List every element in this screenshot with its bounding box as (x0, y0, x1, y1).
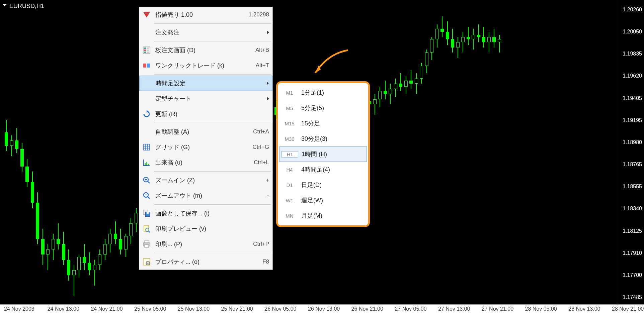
timeframe-item-m30[interactable]: M3030分足(3) (279, 131, 367, 146)
candle (103, 0, 107, 304)
timeframe-item-m5[interactable]: M55分足(5) (279, 100, 367, 116)
candle (451, 0, 454, 304)
candle (409, 0, 413, 304)
svg-rect-28 (145, 245, 149, 247)
timeframe-item-h1[interactable]: H11時間 (H) (279, 146, 367, 162)
price-tick: 1.20260 (623, 7, 642, 13)
candle (487, 0, 491, 304)
timeframe-code: H4 (281, 167, 298, 173)
svg-rect-10 (145, 163, 146, 165)
timeframe-code: M15 (281, 120, 298, 127)
price-tick: 1.19405 (623, 95, 642, 101)
menu-item-label: ズームイン (Z) (154, 176, 266, 184)
zoomin-icon (139, 173, 154, 188)
svg-rect-7 (147, 51, 149, 53)
candle (378, 0, 382, 304)
candle (467, 0, 470, 304)
price-tick: 1.19195 (623, 117, 642, 123)
menu-item[interactable]: 板注文画面 (D)Alt+B (139, 42, 272, 58)
timeframe-item-m15[interactable]: M1515分足 (279, 116, 367, 131)
menu-item-label: 更新 (R) (154, 110, 269, 118)
svg-rect-11 (146, 162, 147, 165)
timeframe-label: 4時間足(4) (298, 166, 364, 174)
menu-item[interactable]: 出来高 (u)Ctrl+L (139, 155, 272, 170)
menu-item[interactable]: 画像として保存... (i) (139, 206, 272, 221)
menu-item[interactable]: プロパティ... (o)F8 (139, 254, 272, 270)
submenu-arrow-icon (267, 97, 269, 100)
candle (394, 0, 397, 304)
timeframe-code: M1 (281, 90, 298, 96)
candle (31, 0, 34, 304)
menu-item-label: 印刷... (P) (154, 240, 253, 248)
menu-item-label: ズームアウト (m) (154, 192, 267, 200)
candle (15, 0, 18, 304)
preview-icon (139, 221, 154, 236)
chart-context-menu[interactable]: 指値売り 1.001.20298注文発注板注文画面 (D)Alt+Bワンクリック… (139, 7, 273, 270)
candle (129, 0, 133, 304)
candle (5, 0, 8, 304)
candle (430, 0, 433, 304)
candle (67, 0, 70, 304)
candle (20, 0, 24, 304)
time-axis: 24 Nov 200324 Nov 13:0024 Nov 21:0025 No… (0, 304, 644, 313)
menu-item[interactable]: 定型チャート (139, 91, 272, 106)
candle (135, 0, 138, 304)
menu-separator (154, 253, 271, 253)
menu-item[interactable]: グリッド (G)Ctrl+G (139, 139, 272, 155)
blank (139, 91, 154, 106)
svg-rect-5 (147, 47, 149, 49)
menu-item[interactable]: 自動調整 (A)Ctrl+A (139, 124, 272, 139)
timeframe-code: W1 (281, 197, 298, 204)
timeframe-label: 月足(M) (298, 212, 364, 220)
timeframe-item-m1[interactable]: M11分足(1) (279, 85, 367, 100)
sell-icon (139, 7, 154, 22)
timeframe-label: 1時間 (H) (298, 150, 363, 158)
price-tick: 1.18340 (623, 206, 642, 212)
menu-separator (154, 204, 271, 205)
candle (446, 0, 449, 304)
oneclick-icon (139, 58, 154, 73)
price-tick: 1.18980 (623, 139, 642, 145)
candle (77, 0, 81, 304)
candle (46, 0, 50, 304)
svg-line-25 (149, 231, 150, 232)
timeframe-item-h4[interactable]: H44時間足(4) (279, 162, 367, 177)
menu-item-shortcut: + (266, 177, 269, 184)
menu-item[interactable]: 注文発注 (139, 25, 272, 40)
price-tick: 1.17700 (623, 272, 642, 278)
blank (139, 124, 154, 139)
candle (389, 0, 392, 304)
timeframe-code: M5 (281, 105, 298, 111)
menu-item[interactable]: 更新 (R) (139, 106, 272, 122)
menu-item[interactable]: 印刷プレビュー (v) (139, 221, 272, 236)
menu-separator (154, 171, 271, 172)
menu-item[interactable]: 時間足設定 (139, 76, 272, 91)
time-tick: 27 Nov 13:00 (438, 306, 470, 312)
svg-rect-9 (147, 64, 150, 68)
candle (461, 0, 465, 304)
candle (124, 0, 128, 304)
svg-rect-2 (144, 47, 146, 49)
menu-item[interactable]: ワンクリックトレード (k)Alt+T (139, 58, 272, 73)
menu-item-shortcut: Alt+B (255, 47, 269, 54)
candle (93, 0, 96, 304)
candle (440, 0, 444, 304)
svg-rect-3 (144, 49, 146, 51)
timeframe-submenu[interactable]: M11分足(1)M55分足(5)M1515分足M3030分足(3)H11時間 (… (276, 81, 370, 227)
timeframe-item-d1[interactable]: D1日足(D) (279, 177, 367, 193)
timeframe-item-mn[interactable]: MN月足(M) (279, 208, 367, 223)
menu-item[interactable]: 印刷... (P)Ctrl+P (139, 236, 272, 252)
menu-separator (154, 41, 271, 41)
blank (139, 25, 154, 40)
timeframe-label: 5分足(5) (298, 104, 364, 112)
candle (83, 0, 86, 304)
menu-item-label: ワンクリックトレード (k) (154, 62, 256, 70)
price-axis: 1.202601.200501.198351.196201.194051.191… (617, 0, 644, 304)
timeframe-label: 1分足(1) (298, 89, 364, 97)
print-icon (139, 236, 154, 252)
menu-item[interactable]: ズームアウト (m)- (139, 188, 272, 203)
timeframe-item-w1[interactable]: W1週足(W) (279, 193, 367, 208)
menu-item[interactable]: 指値売り 1.001.20298 (139, 7, 272, 22)
menu-item[interactable]: ズームイン (Z)+ (139, 173, 272, 188)
time-tick: 28 Nov 13:00 (568, 306, 600, 312)
